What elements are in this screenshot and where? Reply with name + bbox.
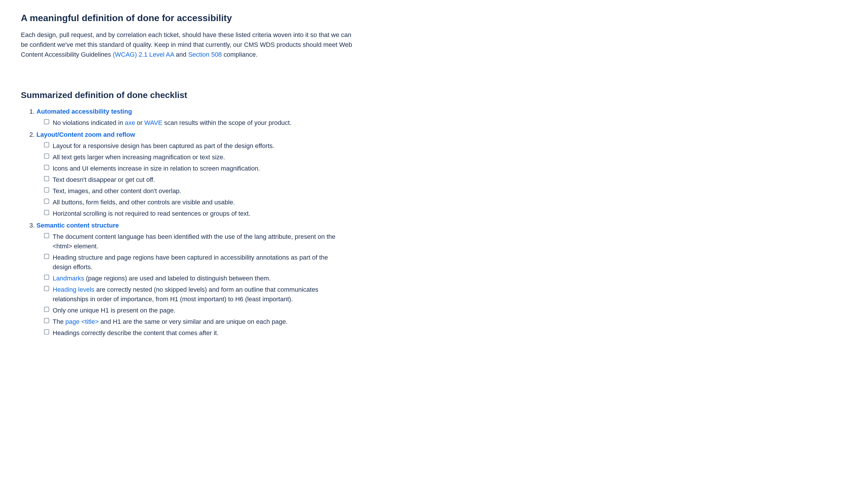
item-text: Headings correctly describe the content … bbox=[53, 328, 219, 338]
landmarks-link[interactable]: Landmarks bbox=[53, 274, 84, 282]
list-item: Headings correctly describe the content … bbox=[44, 328, 847, 338]
checkbox[interactable] bbox=[44, 329, 49, 334]
item-text: Horizontal scrolling is not required to … bbox=[53, 209, 251, 218]
checkbox[interactable] bbox=[44, 274, 49, 280]
wave-link[interactable]: WAVE bbox=[144, 119, 162, 126]
list-item: Text doesn't disappear or get cut off. bbox=[44, 175, 847, 185]
item-text: The document content language has been i… bbox=[53, 232, 348, 251]
page-title-link[interactable]: page <title> bbox=[65, 318, 99, 325]
checkbox[interactable] bbox=[44, 154, 49, 159]
item-text: No violations indicated in axe or WAVE s… bbox=[53, 118, 291, 128]
list-item: Heading levels are correctly nested (no … bbox=[44, 285, 847, 304]
item-text: All text gets larger when increasing mag… bbox=[53, 152, 225, 162]
checkbox[interactable] bbox=[44, 187, 49, 193]
section-automated-testing: Automated accessibility testing No viola… bbox=[36, 107, 847, 128]
section-508-link[interactable]: Section 508 bbox=[188, 51, 222, 58]
heading-levels-link[interactable]: Heading levels bbox=[53, 286, 94, 293]
section-items: No violations indicated in axe or WAVE s… bbox=[36, 118, 847, 128]
item-text: Heading structure and page regions have … bbox=[53, 253, 348, 272]
checkbox[interactable] bbox=[44, 233, 49, 238]
section-items: Layout for a responsive design has been … bbox=[36, 141, 847, 218]
checkbox[interactable] bbox=[44, 165, 49, 170]
list-item: Only one unique H1 is present on the pag… bbox=[44, 305, 847, 315]
list-item: Icons and UI elements increase in size i… bbox=[44, 164, 847, 173]
wcag-link[interactable]: (WCAG) 2.1 Level AA bbox=[113, 51, 174, 58]
list-item: Heading structure and page regions have … bbox=[44, 253, 847, 272]
item-text: The page <title> and H1 are the same or … bbox=[53, 317, 288, 326]
section-title-link[interactable]: Automated accessibility testing bbox=[36, 108, 132, 115]
intro-text-mid: and bbox=[174, 51, 188, 58]
section-layout-reflow: Layout/Content zoom and reflow Layout fo… bbox=[36, 130, 847, 218]
checklist-sections: Automated accessibility testing No viola… bbox=[21, 107, 847, 338]
item-text: Landmarks (page regions) are used and la… bbox=[53, 273, 271, 283]
list-item: All text gets larger when increasing mag… bbox=[44, 152, 847, 162]
item-text: Text doesn't disappear or get cut off. bbox=[53, 175, 155, 185]
item-text: All buttons, form fields, and other cont… bbox=[53, 197, 235, 207]
checklist-heading: Summarized definition of done checklist bbox=[21, 89, 847, 101]
checkbox[interactable] bbox=[44, 199, 49, 204]
checkbox[interactable] bbox=[44, 254, 49, 259]
section-semantic-structure: Semantic content structure The document … bbox=[36, 221, 847, 338]
intro-text-post: compliance. bbox=[222, 51, 258, 58]
checkbox[interactable] bbox=[44, 210, 49, 215]
checkbox[interactable] bbox=[44, 119, 49, 124]
list-item: The document content language has been i… bbox=[44, 232, 847, 251]
list-item: Layout for a responsive design has been … bbox=[44, 141, 847, 151]
item-text: Heading levels are correctly nested (no … bbox=[53, 285, 348, 304]
checkbox[interactable] bbox=[44, 318, 49, 323]
list-item: Landmarks (page regions) are used and la… bbox=[44, 273, 847, 283]
checkbox[interactable] bbox=[44, 286, 49, 291]
checkbox[interactable] bbox=[44, 307, 49, 312]
list-item: Text, images, and other content don't ov… bbox=[44, 186, 847, 196]
item-text: Icons and UI elements increase in size i… bbox=[53, 164, 260, 173]
axe-link[interactable]: axe bbox=[125, 119, 135, 126]
section-title-link[interactable]: Layout/Content zoom and reflow bbox=[36, 131, 135, 138]
list-item: All buttons, form fields, and other cont… bbox=[44, 197, 847, 207]
list-item: The page <title> and H1 are the same or … bbox=[44, 317, 847, 326]
list-item: No violations indicated in axe or WAVE s… bbox=[44, 118, 847, 128]
item-text: Only one unique H1 is present on the pag… bbox=[53, 305, 175, 315]
section-items: The document content language has been i… bbox=[36, 232, 847, 338]
checkbox[interactable] bbox=[44, 142, 49, 148]
page-title: A meaningful definition of done for acce… bbox=[21, 11, 847, 25]
section-title-link[interactable]: Semantic content structure bbox=[36, 222, 119, 229]
item-text: Layout for a responsive design has been … bbox=[53, 141, 274, 151]
checkbox[interactable] bbox=[44, 176, 49, 181]
intro-paragraph: Each design, pull request, and by correl… bbox=[21, 30, 356, 60]
item-text: Text, images, and other content don't ov… bbox=[53, 186, 181, 196]
list-item: Horizontal scrolling is not required to … bbox=[44, 209, 847, 218]
